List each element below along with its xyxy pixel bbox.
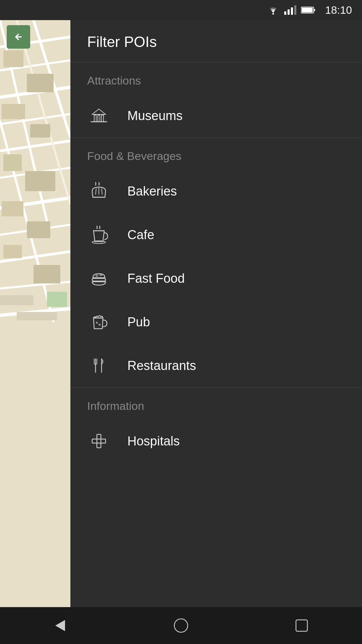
signal-icon bbox=[284, 5, 296, 15]
bakery-svg-icon bbox=[89, 182, 108, 201]
drawer-header: Filter POIs bbox=[70, 20, 362, 62]
back-button[interactable] bbox=[7, 25, 30, 49]
svg-rect-61 bbox=[92, 439, 106, 443]
fast-food-label: Fast Food bbox=[127, 271, 185, 286]
status-bar: 18:10 bbox=[0, 0, 362, 20]
nav-home-icon bbox=[173, 617, 189, 634]
svg-rect-27 bbox=[30, 124, 50, 138]
cafe-svg-icon bbox=[89, 225, 108, 244]
wifi-icon bbox=[267, 5, 280, 15]
list-item-pub[interactable]: Pub bbox=[70, 300, 362, 344]
battery-icon bbox=[301, 6, 316, 14]
list-item-museums[interactable]: Museums bbox=[70, 94, 362, 138]
svg-rect-25 bbox=[27, 74, 54, 92]
section-header-information: Information bbox=[70, 388, 362, 419]
svg-rect-50 bbox=[92, 278, 106, 281]
nav-recent-button[interactable] bbox=[282, 612, 322, 639]
fast-food-icon bbox=[87, 267, 111, 290]
museums-label: Museums bbox=[127, 109, 183, 123]
section-header-food: Food & Beverages bbox=[70, 138, 362, 169]
museum-svg-icon bbox=[89, 106, 108, 125]
svg-rect-39 bbox=[94, 115, 96, 122]
pub-label: Pub bbox=[127, 315, 150, 329]
svg-rect-3 bbox=[291, 7, 293, 15]
restaurants-icon bbox=[87, 354, 111, 377]
nav-home-button[interactable] bbox=[161, 612, 201, 639]
svg-rect-36 bbox=[17, 312, 57, 320]
svg-rect-24 bbox=[3, 50, 23, 67]
svg-rect-34 bbox=[47, 292, 67, 307]
hospitals-icon bbox=[87, 429, 111, 453]
svg-rect-33 bbox=[34, 265, 60, 283]
cafe-icon bbox=[87, 223, 111, 247]
fast-food-svg-icon bbox=[89, 269, 108, 288]
section-title-information: Information bbox=[87, 399, 144, 412]
svg-point-54 bbox=[96, 322, 98, 323]
svg-point-52 bbox=[100, 274, 102, 276]
svg-rect-30 bbox=[2, 201, 23, 216]
svg-rect-28 bbox=[3, 154, 22, 171]
status-time: 18:10 bbox=[325, 4, 352, 16]
hospital-svg-icon bbox=[89, 432, 108, 450]
svg-rect-7 bbox=[302, 8, 313, 12]
list-item-restaurants[interactable]: Restaurants bbox=[70, 344, 362, 387]
map-content bbox=[0, 20, 70, 644]
svg-rect-2 bbox=[288, 9, 290, 15]
svg-point-51 bbox=[96, 275, 98, 276]
svg-marker-62 bbox=[56, 621, 65, 631]
svg-rect-29 bbox=[25, 171, 55, 191]
bakeries-icon bbox=[87, 179, 111, 203]
svg-rect-41 bbox=[102, 115, 104, 122]
bakeries-label: Bakeries bbox=[127, 184, 177, 199]
svg-rect-40 bbox=[98, 115, 100, 122]
list-item-bakeries[interactable]: Bakeries bbox=[70, 169, 362, 213]
pub-icon bbox=[87, 310, 111, 334]
restaurants-label: Restaurants bbox=[127, 359, 196, 373]
nav-recent-icon bbox=[293, 617, 310, 634]
svg-rect-4 bbox=[294, 5, 296, 15]
status-icons: 18:10 bbox=[267, 4, 352, 16]
cafe-label: Cafe bbox=[127, 228, 154, 242]
svg-rect-26 bbox=[2, 104, 25, 119]
nav-back-button[interactable] bbox=[40, 612, 80, 639]
svg-rect-35 bbox=[0, 295, 34, 305]
list-item-fast-food[interactable]: Fast Food bbox=[70, 257, 362, 300]
back-arrow-icon bbox=[12, 30, 25, 44]
navigation-bar bbox=[0, 607, 362, 644]
nav-back-icon bbox=[52, 617, 69, 634]
restaurants-svg-icon bbox=[89, 356, 108, 375]
svg-point-63 bbox=[174, 619, 188, 632]
svg-rect-64 bbox=[296, 620, 307, 631]
section-information: Information Hospitals bbox=[70, 388, 362, 463]
filter-drawer: Filter POIs Attractions Museums bbox=[70, 20, 362, 644]
map-svg bbox=[0, 20, 70, 644]
section-title-attractions: Attractions bbox=[87, 74, 141, 87]
svg-rect-6 bbox=[314, 9, 315, 11]
svg-rect-31 bbox=[27, 221, 50, 238]
svg-point-0 bbox=[272, 13, 274, 15]
svg-line-45 bbox=[96, 189, 96, 195]
svg-rect-1 bbox=[284, 11, 286, 15]
hospitals-label: Hospitals bbox=[127, 434, 180, 448]
svg-marker-42 bbox=[92, 109, 106, 114]
section-food-beverages: Food & Beverages Bakeries bbox=[70, 138, 362, 388]
section-title-food: Food & Beverages bbox=[87, 150, 182, 162]
list-item-cafe[interactable]: Cafe bbox=[70, 213, 362, 257]
svg-rect-32 bbox=[3, 245, 22, 258]
museums-icon bbox=[87, 104, 111, 127]
drawer-title: Filter POIs bbox=[87, 34, 157, 50]
list-item-hospitals[interactable]: Hospitals bbox=[70, 419, 362, 463]
svg-line-47 bbox=[102, 189, 102, 195]
pub-svg-icon bbox=[89, 313, 108, 331]
section-attractions: Attractions Museums bbox=[70, 62, 362, 138]
section-header-attractions: Attractions bbox=[70, 62, 362, 94]
map-background bbox=[0, 20, 70, 644]
svg-rect-60 bbox=[97, 434, 101, 448]
svg-point-55 bbox=[99, 324, 100, 325]
